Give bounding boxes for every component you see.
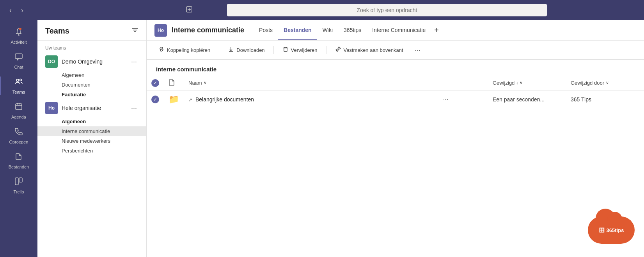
table-row[interactable]: ✓ 📁 ↗ Belangrijke documenten ··· — [147, 90, 644, 109]
nav-buttons: ‹ › — [6, 5, 27, 16]
vastmaken-label: Vastmaken aan bovenkant — [344, 47, 403, 53]
files-breadcrumb: Interne communicatie — [147, 60, 644, 76]
filter-button[interactable] — [131, 27, 138, 35]
koppeling-button[interactable]: Koppeling kopiëren — [154, 44, 214, 56]
sidebar-item-agenda[interactable]: Agenda — [0, 98, 37, 123]
channel-interne-communicatie[interactable]: Interne communicatie — [37, 126, 146, 136]
svg-rect-8 — [16, 104, 22, 110]
svg-point-4 — [19, 28, 21, 30]
badge-365tips: ⊞ 365tips — [588, 216, 635, 248]
channel-algemeen-hele[interactable]: Algemeen — [37, 117, 146, 126]
trello-icon — [14, 177, 23, 188]
sidebar-label-bestanden: Bestanden — [9, 165, 29, 169]
sidebar-item-teams[interactable]: Teams — [0, 73, 37, 98]
row-more-cell: ··· — [438, 90, 488, 109]
gewijzigd-door-header: Gewijzigd door ∨ — [566, 76, 644, 90]
trash-icon — [282, 46, 289, 54]
row-modified: Een paar seconden... — [488, 90, 566, 109]
sort-gewijzigd-button[interactable]: Gewijzigd ↓ ∨ — [493, 80, 523, 86]
team-item-demo-omgeving[interactable]: DO Demo Omgeving ··· — [37, 53, 146, 70]
files-icon — [14, 152, 23, 163]
main-content: Ho Interne communicatie Posts Bestanden … — [147, 20, 644, 257]
svg-rect-12 — [15, 178, 18, 185]
row-check-circle: ✓ — [151, 96, 159, 103]
type-header — [164, 76, 184, 90]
tab-365tips[interactable]: 365tips — [338, 20, 367, 40]
tab-add-button[interactable]: + — [431, 26, 442, 35]
team-more-hele[interactable]: ··· — [130, 104, 138, 112]
team-more-demo[interactable]: ··· — [130, 58, 138, 66]
channel-documenten-demo[interactable]: Documenten — [37, 80, 146, 90]
svg-rect-5 — [15, 54, 22, 58]
cloud-shape: ⊞ 365tips — [588, 216, 635, 244]
sort-naam-button[interactable]: Naam ∨ — [188, 80, 207, 86]
badge-label: 365tips — [607, 227, 624, 233]
channel-nieuwe-medewerkers[interactable]: Nieuwe medewerkers — [37, 136, 146, 146]
channel-algemeen-demo[interactable]: Algemeen — [37, 70, 146, 80]
team-item-hele-organisatie[interactable]: Ho Hele organisatie ··· — [37, 99, 146, 117]
svg-point-6 — [16, 79, 19, 82]
toolbar-more-button[interactable]: ··· — [412, 44, 424, 56]
sort-gewijzigd-door-button[interactable]: Gewijzigd door ∨ — [571, 80, 609, 86]
tab-wiki[interactable]: Wiki — [317, 20, 338, 40]
top-bar: ‹ › — [0, 0, 644, 20]
move-indicator: ↗ — [188, 97, 192, 103]
back-button[interactable]: ‹ — [6, 5, 15, 16]
sidebar-label-agenda: Agenda — [11, 115, 26, 119]
sidebar-label-oproepen: Oproepen — [9, 140, 28, 144]
content-header: Ho Interne communicatie Posts Bestanden … — [147, 20, 644, 41]
search-input[interactable] — [227, 4, 547, 16]
sidebar-item-activiteit[interactable]: Activiteit — [0, 23, 37, 48]
bell-icon — [14, 27, 23, 38]
teams-icon — [14, 77, 23, 88]
download-icon — [228, 46, 234, 54]
svg-rect-13 — [19, 178, 22, 182]
separator-3 — [326, 46, 326, 54]
downloaden-label: Downloaden — [236, 47, 264, 53]
tab-interne-communicatie[interactable]: Interne Communicatie — [367, 20, 431, 40]
icon-sidebar: Activiteit Chat Teams — [0, 20, 37, 257]
chat-icon — [14, 52, 23, 63]
main-layout: Activiteit Chat Teams — [0, 20, 644, 257]
channel-persberichten[interactable]: Persberichten — [37, 146, 146, 156]
link-icon — [158, 46, 165, 54]
tab-nav: Posts Bestanden Wiki 365tips Interne Com… — [254, 20, 636, 40]
compose-button[interactable] — [183, 4, 196, 16]
svg-rect-18 — [284, 48, 287, 51]
verwijderen-button[interactable]: Verwijderen — [279, 44, 321, 56]
separator-2 — [273, 46, 274, 54]
agenda-icon — [14, 102, 23, 113]
office-logo: ⊞ — [599, 226, 605, 234]
forward-button[interactable]: › — [18, 5, 27, 16]
row-check: ✓ — [147, 90, 164, 109]
uw-teams-label: Uw teams — [37, 41, 146, 53]
sidebar-item-trello[interactable]: Trello — [0, 173, 37, 198]
check-header: ✓ — [147, 76, 164, 90]
folder-icon: 📁 — [169, 94, 179, 104]
row-more-button[interactable]: ··· — [443, 96, 448, 103]
sidebar-item-oproepen[interactable]: Oproepen — [0, 123, 37, 148]
separator-1 — [219, 46, 219, 54]
teams-panel: Teams Uw teams DO Demo Omgeving ··· Alge… — [37, 20, 147, 257]
verwijderen-label: Verwijderen — [291, 47, 318, 53]
row-type-icon: 📁 — [164, 90, 184, 109]
downloaden-button[interactable]: Downloaden — [224, 44, 268, 56]
tab-bestanden[interactable]: Bestanden — [278, 20, 317, 40]
svg-point-3 — [18, 35, 20, 36]
sidebar-item-bestanden[interactable]: Bestanden — [0, 148, 37, 173]
row-name: Belangrijke documenten — [195, 96, 254, 103]
row-modified-by: 365 Tips — [566, 90, 644, 109]
tab-posts[interactable]: Posts — [254, 20, 278, 40]
pin-icon — [335, 46, 341, 54]
koppeling-label: Koppeling kopiëren — [167, 47, 210, 53]
channel-facturatie-demo[interactable]: Facturatie — [37, 90, 146, 99]
teams-list: Uw teams DO Demo Omgeving ··· Algemeen D… — [37, 41, 146, 257]
vastmaken-button[interactable]: Vastmaken aan bovenkant — [331, 44, 407, 56]
svg-point-7 — [20, 79, 22, 81]
row-modified-by-text: 365 Tips — [571, 96, 591, 103]
channel-header-avatar: Ho — [154, 24, 167, 37]
channel-header-title: Interne communicatie — [172, 26, 244, 34]
sidebar-item-chat[interactable]: Chat — [0, 48, 37, 73]
cloud-text: ⊞ 365tips — [599, 226, 624, 234]
gewijzigd-header: Gewijzigd ↓ ∨ — [488, 76, 566, 90]
